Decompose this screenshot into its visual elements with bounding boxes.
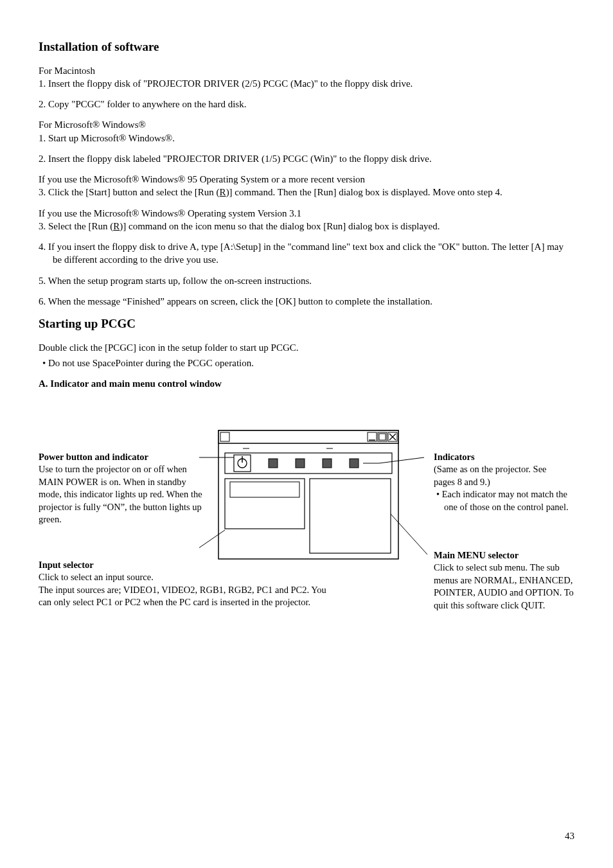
win-step1: 1. Start up Microsoft® Windows®. — [39, 132, 574, 145]
indicator-lamp-3 — [323, 459, 332, 468]
win-step5: 5. When the setup program starts up, fol… — [39, 274, 574, 287]
win-title: For Microsoft® Windows® — [39, 118, 574, 131]
main-menu-body: Click to select sub menu. The sub menus … — [434, 562, 575, 612]
win-step4: 4. If you insert the floppy disk to driv… — [39, 240, 574, 267]
power-button-body: Use to turn the projector on or off when… — [39, 463, 206, 526]
win3b-post: )] command on the icon menu so that the … — [120, 221, 440, 231]
power-button-title: Power button and indicator — [39, 451, 206, 464]
sysmenu-icon — [220, 432, 229, 441]
win-step3b: 3. Select the [Run (R)] command on the i… — [39, 220, 574, 233]
window-diagram — [199, 418, 431, 598]
mac-step1: 1. Insert the floppy disk of "PROJECTOR … — [39, 77, 574, 90]
starting-bullet1: • Do not use SpacePointer during the PCG… — [39, 357, 574, 369]
indicators-bullet1: • Each indicator may not match the one o… — [434, 488, 569, 513]
starting-p1: Double click the [PCGC] icon in the setu… — [39, 341, 574, 354]
win3a-pre: 3. Click the [Start] button and select t… — [39, 187, 220, 197]
indicators-line1: (Same as on the projector. See pages 8 a… — [434, 463, 569, 488]
win3a-underline: R — [220, 187, 226, 197]
main-menu-panel[interactable] — [310, 479, 391, 553]
callout-indicators: Indicators (Same as on the projector. Se… — [434, 451, 569, 514]
main-menu-title: Main MENU selector — [434, 549, 575, 562]
win3a-post: )] command. Then the [Run] dialog box is… — [226, 187, 502, 197]
win-if31: If you use the Microsoft® Windows® Opera… — [39, 207, 574, 220]
heading-install: Installation of software — [39, 39, 574, 55]
input-selector-field[interactable] — [230, 482, 299, 497]
indicator-lamp-2 — [296, 459, 305, 468]
win-step2: 2. Insert the floppy disk labeled "PROJE… — [39, 152, 574, 165]
callout-main-menu: Main MENU selector Click to select sub m… — [434, 549, 575, 612]
diagram-container: Power button and indicator Use to turn t… — [39, 418, 574, 687]
subheading-a: A. Indicator and main menu control windo… — [39, 377, 574, 390]
mac-step2: 2. Copy "PCGC" folder to anywhere on the… — [39, 98, 574, 111]
indicator-lamp-1 — [269, 459, 278, 468]
win3b-underline: R — [113, 221, 120, 231]
indicator-lamp-4 — [350, 459, 359, 468]
mac-title: For Macintosh — [39, 64, 574, 77]
win-step3a: 3. Click the [Start] button and select t… — [39, 186, 574, 199]
heading-starting: Starting up PCGC — [39, 315, 574, 332]
indicators-title: Indicators — [434, 451, 569, 464]
callout-power-button: Power button and indicator Use to turn t… — [39, 451, 206, 526]
win3b-pre: 3. Select the [Run ( — [39, 221, 113, 231]
win-if95: If you use the Microsoft® Windows® 95 Op… — [39, 173, 574, 186]
win-step6: 6. When the message “Finished” appears o… — [39, 295, 574, 308]
